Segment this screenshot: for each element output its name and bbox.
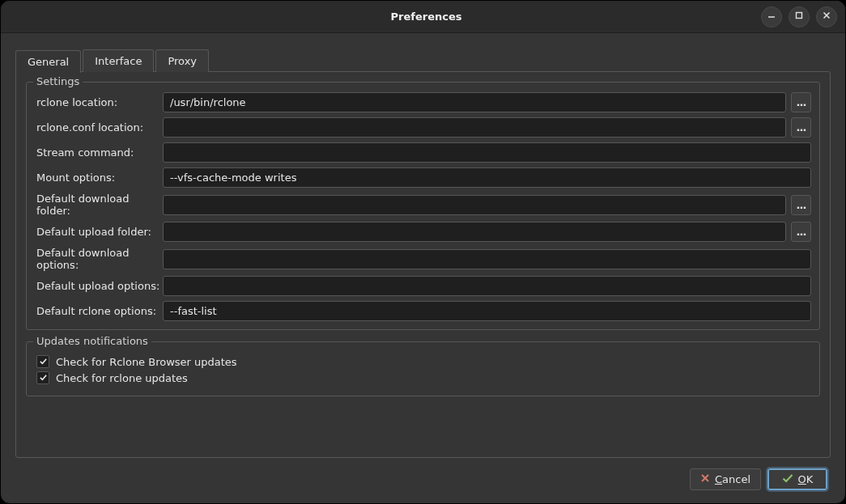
settings-group: Settings rclone location: ... rclone.con… bbox=[26, 82, 820, 330]
updates-group-title: Updates notifications bbox=[33, 335, 151, 347]
tab-panel-general: Settings rclone location: ... rclone.con… bbox=[15, 71, 831, 458]
default-rclone-options-input[interactable] bbox=[163, 301, 811, 321]
check-browser-updates-label: Check for Rclone Browser updates bbox=[56, 356, 237, 368]
check-icon bbox=[39, 372, 48, 384]
rclone-conf-location-label: rclone.conf location: bbox=[35, 121, 163, 133]
preferences-window: Preferences General Interf bbox=[0, 0, 846, 504]
tab-bar: General Interface Proxy bbox=[15, 49, 831, 72]
cancel-button[interactable]: Cancel bbox=[690, 468, 761, 490]
ok-button-label: OK bbox=[798, 473, 814, 485]
cancel-button-label: Cancel bbox=[715, 473, 750, 485]
default-upload-folder-browse-button[interactable]: ... bbox=[791, 222, 811, 242]
default-rclone-options-label: Default rclone options: bbox=[35, 305, 163, 317]
default-upload-folder-label: Default upload folder: bbox=[35, 226, 163, 238]
check-rclone-updates-label: Check for rclone updates bbox=[56, 372, 188, 384]
mount-options-label: Mount options: bbox=[35, 172, 163, 184]
check-rclone-updates-checkbox[interactable] bbox=[36, 371, 49, 384]
updates-group: Updates notifications Check for Rclone B… bbox=[26, 341, 820, 396]
default-download-folder-browse-button[interactable]: ... bbox=[791, 195, 811, 215]
ok-button[interactable]: OK bbox=[767, 468, 827, 490]
ok-icon bbox=[782, 473, 793, 485]
titlebar: Preferences bbox=[1, 1, 845, 33]
minimize-button[interactable] bbox=[761, 6, 782, 28]
tab-interface[interactable]: Interface bbox=[83, 49, 154, 72]
maximize-button[interactable] bbox=[789, 6, 810, 28]
check-icon bbox=[39, 356, 48, 368]
rclone-conf-location-browse-button[interactable]: ... bbox=[791, 117, 811, 138]
default-upload-options-label: Default upload options: bbox=[35, 280, 163, 292]
dialog-button-bar: Cancel OK bbox=[15, 459, 831, 493]
default-download-folder-input[interactable] bbox=[163, 195, 786, 215]
tab-proxy[interactable]: Proxy bbox=[155, 49, 209, 72]
check-browser-updates-checkbox[interactable] bbox=[36, 355, 49, 368]
settings-group-title: Settings bbox=[33, 75, 83, 87]
close-button[interactable] bbox=[816, 6, 837, 28]
default-upload-options-input[interactable] bbox=[163, 276, 811, 296]
stream-command-label: Stream command: bbox=[35, 146, 163, 159]
window-title: Preferences bbox=[91, 11, 761, 23]
rclone-conf-location-input[interactable] bbox=[163, 117, 786, 138]
svg-rect-1 bbox=[797, 13, 802, 19]
close-icon bbox=[822, 11, 831, 23]
maximize-icon bbox=[794, 11, 804, 23]
tab-general[interactable]: General bbox=[15, 50, 81, 73]
mount-options-input[interactable] bbox=[163, 167, 811, 188]
minimize-icon bbox=[767, 11, 776, 23]
cancel-icon bbox=[700, 473, 710, 485]
content-area: General Interface Proxy Settings rclone … bbox=[1, 33, 845, 503]
default-download-options-input[interactable] bbox=[163, 249, 811, 269]
rclone-location-input[interactable] bbox=[163, 92, 786, 112]
stream-command-input[interactable] bbox=[163, 142, 811, 163]
default-download-options-label: Default download options: bbox=[35, 247, 163, 271]
default-upload-folder-input[interactable] bbox=[163, 222, 786, 242]
default-download-folder-label: Default download folder: bbox=[35, 193, 163, 217]
rclone-location-browse-button[interactable]: ... bbox=[791, 92, 811, 112]
rclone-location-label: rclone location: bbox=[35, 96, 163, 108]
